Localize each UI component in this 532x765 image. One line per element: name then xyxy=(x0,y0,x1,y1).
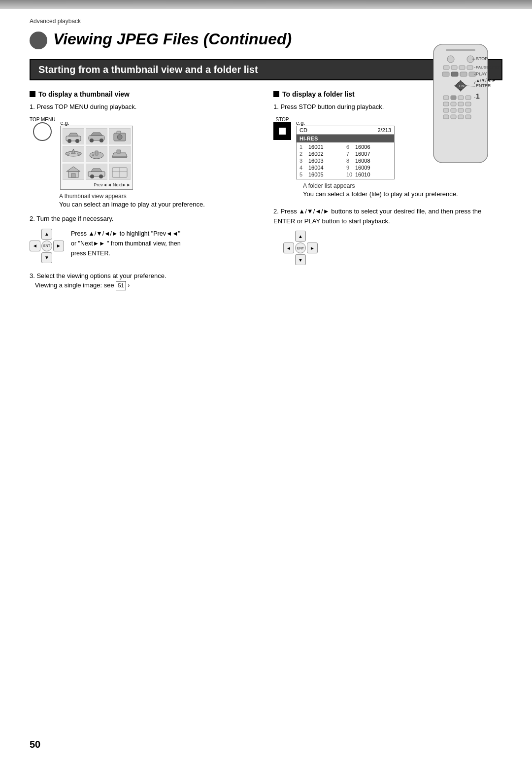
svg-rect-4 xyxy=(443,66,449,70)
svg-rect-18 xyxy=(443,96,449,100)
press-instruction: Press ▲/▼/◄/► to highlight "Prev◄◄" or "… xyxy=(71,229,181,258)
thumb-submarine xyxy=(86,146,107,162)
svg-rect-19 xyxy=(451,96,456,100)
thumbnail-caption: A thumbnail view appears xyxy=(59,193,259,200)
svg-point-73 xyxy=(99,174,103,178)
thumb-car3 xyxy=(86,164,107,180)
folder-list-table: CD 2/213 HI-RES 116001 216002 316003 416… xyxy=(296,126,395,179)
svg-point-72 xyxy=(90,174,94,178)
stop-button xyxy=(273,122,291,140)
svg-rect-24 xyxy=(458,102,464,106)
nav-down-btn: ▼ xyxy=(41,252,52,263)
svg-rect-23 xyxy=(451,102,456,106)
page-ref: 51 xyxy=(116,281,126,290)
svg-rect-30 xyxy=(443,115,449,119)
folder-col-left: 116001 216002 316003 416004 516005 xyxy=(299,143,345,178)
nav-right-btn-right: ► xyxy=(307,243,318,253)
thumb-plane xyxy=(63,146,84,162)
svg-point-48 xyxy=(67,139,71,143)
nav-left-btn: ◄ xyxy=(30,241,40,251)
folder-item: 516005 xyxy=(299,171,345,178)
svg-rect-9 xyxy=(451,72,458,76)
folder-item: 416004 xyxy=(299,164,345,171)
svg-text:PAUSE/STEP: PAUSE/STEP xyxy=(476,65,500,70)
thumb-car1 xyxy=(63,128,84,144)
folder-caption: A folder list appears xyxy=(303,182,502,189)
folder-item: 716007 xyxy=(345,150,392,157)
left-step3: 3. Select the viewing options at your pr… xyxy=(30,271,259,290)
left-column: To display a thumbnail view 1. Press TOP… xyxy=(30,90,259,298)
thumb-camera xyxy=(109,128,131,144)
bullet-icon-right xyxy=(273,91,279,97)
svg-marker-47 xyxy=(68,133,78,136)
nav-cross: ▲ ◄ ENT ► ▼ xyxy=(30,229,64,263)
svg-rect-20 xyxy=(458,96,464,100)
svg-rect-32 xyxy=(458,115,464,119)
nav-down-btn-right: ▼ xyxy=(295,254,306,265)
folder-item: 216002 xyxy=(299,150,345,157)
folder-item: 816008 xyxy=(345,157,392,164)
title-icon xyxy=(30,32,47,49)
left-step3-block: 3. Select the viewing options at your pr… xyxy=(30,271,259,290)
svg-rect-6 xyxy=(459,66,465,70)
left-step1: 1. Press TOP MENU during playback. xyxy=(30,102,259,112)
svg-rect-60 xyxy=(77,153,81,154)
stop-icon xyxy=(279,128,286,135)
thumb-house xyxy=(63,164,84,180)
svg-text:PLAY: PLAY xyxy=(476,71,487,76)
svg-rect-29 xyxy=(466,108,471,112)
left-step2: 2. Turn the page if necessary. xyxy=(30,214,259,224)
left-step2-block: 2. Turn the page if necessary. ▲ ◄ ENT ►… xyxy=(30,214,259,263)
folder-table-body: 116001 216002 316003 416004 516005 61600… xyxy=(297,142,394,179)
folder-col-right: 616006 716007 816008 916009 1016010 xyxy=(345,143,392,178)
svg-rect-62 xyxy=(95,151,98,155)
svg-rect-31 xyxy=(451,115,456,119)
breadcrumb: Advanced playback xyxy=(30,18,502,25)
svg-text:STOP: STOP xyxy=(476,56,488,61)
right-step2-block: 2. Press ▲/▼/◄/► buttons to select your … xyxy=(273,207,502,265)
nav-up-btn: ▲ xyxy=(41,229,52,240)
folder-item: 116001 xyxy=(299,143,345,150)
left-subsection-title: To display a thumbnail view xyxy=(30,90,259,98)
svg-rect-59 xyxy=(66,153,69,154)
eg-label-right: e.g. xyxy=(296,120,393,126)
top-menu-button xyxy=(33,122,52,141)
svg-rect-28 xyxy=(458,108,464,112)
nav-center-btn: ENT xyxy=(41,241,52,251)
top-gradient-bar xyxy=(0,0,532,9)
folder-highlight-row: HI-RES xyxy=(297,135,394,142)
nav-center-btn-right: ENT xyxy=(295,243,306,253)
nav-left-btn-right: ◄ xyxy=(283,243,294,253)
svg-rect-25 xyxy=(466,102,471,106)
svg-rect-27 xyxy=(451,108,456,112)
folder-item: 916009 xyxy=(345,164,392,171)
nav-up-btn-right: ▲ xyxy=(295,231,306,242)
svg-rect-21 xyxy=(466,96,471,100)
bullet-icon xyxy=(30,91,35,97)
page-title: Viewing JPEG Files (Continued) xyxy=(53,30,292,48)
thumbnail-diagram: TOP MENU e.g. xyxy=(30,117,259,190)
svg-rect-65 xyxy=(117,150,121,153)
eg-label-left: e.g. xyxy=(60,120,69,126)
folder-item: 616006 xyxy=(345,143,392,150)
stop-label-text: STOP xyxy=(275,117,289,122)
svg-text:▲/▼/◄/►: ▲/▼/◄/► xyxy=(476,78,496,83)
svg-point-53 xyxy=(100,139,103,142)
svg-marker-67 xyxy=(66,167,80,172)
top-menu-label: TOP MENU xyxy=(30,117,55,122)
thumb-other xyxy=(109,164,131,180)
svg-rect-22 xyxy=(443,102,449,106)
nav-right-btn: ► xyxy=(53,241,64,251)
svg-rect-56 xyxy=(117,131,121,134)
svg-rect-26 xyxy=(443,108,449,112)
thumb-ship xyxy=(109,146,131,162)
svg-rect-5 xyxy=(451,66,457,70)
nav-cross-diagram: ▲ ◄ ENT ► ▼ Press ▲/▼/◄/► to highlight "… xyxy=(30,229,259,263)
svg-point-52 xyxy=(90,139,94,142)
page-number: 50 xyxy=(30,739,40,750)
folder-item: 316003 xyxy=(299,157,345,164)
svg-point-63 xyxy=(92,154,94,156)
svg-rect-33 xyxy=(466,115,471,119)
thumbnail-grid: Prev◄◄ Next►► xyxy=(60,126,133,190)
svg-text:ENT: ENT xyxy=(459,84,466,88)
